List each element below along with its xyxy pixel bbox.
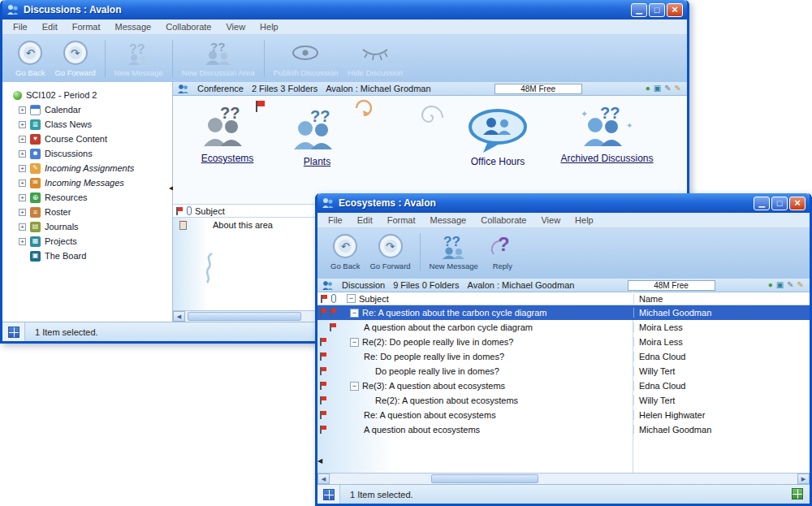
go-back-button[interactable]: Go Back [11,39,50,77]
new-discussion-area-button[interactable]: ?? New Discussion Area [177,39,260,77]
table-row[interactable]: Re: A question about ecosystems Helen Hi… [317,408,810,422]
collapse-icon[interactable] [350,309,359,318]
sidebar-item-the-board[interactable]: The Board [2,249,172,263]
scroll-left-arrow[interactable] [173,311,185,322]
menu-collaborate[interactable]: Collaborate [158,22,218,32]
reply-button[interactable]: ? Reply [483,232,522,270]
publish-discussion-button[interactable]: Publish Discussion [269,39,343,77]
titlebar[interactable]: Ecosystems : Avalon [317,193,810,213]
view-grid-button[interactable] [2,322,25,341]
go-forward-button[interactable]: Go Forward [50,39,100,77]
collapse-all-icon[interactable] [347,294,356,303]
sidebar-item-class-news[interactable]: Class News [2,117,172,132]
scrollbar-thumb[interactable] [431,474,538,483]
edit-icon[interactable]: ✎ [787,281,793,289]
table-row[interactable]: Do people really live in domes? Willy Te… [317,364,810,378]
attachment-column-icon[interactable] [331,294,336,303]
file-counts: 9 Files 0 Folders [393,280,459,290]
table-row[interactable]: Re(2): A question about ecosystems Willy… [317,393,810,408]
toolbar-separator [264,40,265,77]
minimize-button[interactable] [631,3,647,17]
menu-collaborate[interactable]: Collaborate [473,215,533,225]
subject-column-header[interactable]: Subject [359,294,389,304]
subject-column-header[interactable]: Subject [195,206,225,216]
horizontal-scrollbar[interactable] [317,473,810,484]
scroll-left-arrow[interactable] [317,474,330,484]
new-message-button[interactable]: ?? New Message [425,232,483,270]
splitter-collapse-arrow[interactable]: ◀ [317,457,322,465]
table-row[interactable]: Re(3): A question about ecosystems Edna … [317,378,810,393]
sidebar-item-calendar[interactable]: Calendar [2,102,172,117]
expand-icon[interactable] [19,209,26,216]
menu-message[interactable]: Message [108,22,159,32]
close-button[interactable] [667,3,683,17]
discussion-mini-icon [322,280,334,291]
expand-icon[interactable] [19,179,26,187]
menu-edit[interactable]: Edit [350,215,380,225]
maximize-button[interactable] [771,197,788,210]
go-forward-button[interactable]: Go Forward [365,232,415,270]
sidebar-item-root[interactable]: SCI102 - Period 2 [2,88,172,102]
menu-help[interactable]: Help [253,22,286,32]
collapse-icon[interactable] [350,338,359,347]
table-row[interactable]: A question about the carbon cycle diagra… [317,320,810,335]
menu-edit[interactable]: Edit [35,22,65,32]
scroll-right-arrow[interactable] [797,474,810,484]
conference-link-ecosystems[interactable]: ?? Ecosystems [183,104,272,164]
pen-icon[interactable]: ✎ [797,281,804,289]
collapse-icon[interactable] [350,382,359,391]
new-message-button[interactable]: ?? New Message [110,39,168,77]
sidebar-item-projects[interactable]: Projects [2,234,172,249]
account-name: Avalon : Michael Goodman [468,280,575,290]
maximize-button[interactable] [649,3,665,17]
table-row[interactable]: Re: Do people really live in domes? Edna… [317,349,810,364]
sidebar-item-journals[interactable]: Journals [2,219,172,234]
menu-file[interactable]: File [321,215,350,225]
presence-icon[interactable]: ● [646,84,650,93]
titlebar[interactable]: Discussions : Avalon [2,0,687,19]
menu-help[interactable]: Help [568,215,601,225]
conference-link-plants[interactable]: ?? Plants [279,107,356,167]
expand-icon[interactable] [19,165,26,172]
menu-view[interactable]: View [533,215,568,225]
table-row[interactable]: A question about ecosystems Michael Good… [317,422,810,437]
attachment-column-icon[interactable] [187,206,192,215]
expand-icon[interactable] [19,121,26,128]
menu-view[interactable]: View [218,22,253,32]
view-grid-button[interactable] [317,485,340,504]
sidebar-item-course-content[interactable]: Course Content [2,132,172,146]
properties-icon[interactable]: ▣ [654,84,661,93]
expand-icon[interactable] [19,106,26,114]
menu-format[interactable]: Format [380,215,423,225]
menu-format[interactable]: Format [65,22,108,32]
go-back-button[interactable]: Go Back [326,232,365,270]
menu-message[interactable]: Message [423,215,474,225]
minimize-button[interactable] [754,197,770,210]
expand-icon[interactable] [19,238,26,245]
sidebar-item-discussions[interactable]: Discussions [2,146,172,161]
edit-icon[interactable]: ✎ [664,84,671,93]
conference-link-office-hours[interactable]: Office Hours [449,107,546,167]
presence-icon[interactable]: ● [768,281,773,289]
flag-column-icon[interactable] [321,295,328,303]
name-column-header[interactable]: Name [633,294,810,304]
sidebar-item-resources[interactable]: Resources [2,190,172,205]
sidebar-item-incoming-messages[interactable]: Incoming Messages [2,175,172,190]
sidebar-item-roster[interactable]: Roster [2,205,172,219]
conference-link-archived-discussions[interactable]: ??✦✦ Archived Discussions [548,104,666,164]
flag-column-icon[interactable] [176,207,184,215]
view-mode-button[interactable] [792,488,810,501]
menu-file[interactable]: File [6,22,35,32]
expand-icon[interactable] [19,194,26,201]
expand-icon[interactable] [19,150,26,158]
close-button[interactable] [789,197,806,210]
pen-icon[interactable]: ✎ [675,84,681,93]
expand-icon[interactable] [19,223,26,231]
hide-discussion-button[interactable]: Hide Discussion [343,39,408,77]
scrollbar-thumb[interactable] [188,312,301,321]
table-row[interactable]: Re(2): Do people really live in domes? M… [317,335,810,349]
expand-icon[interactable] [19,136,26,143]
properties-icon[interactable]: ▣ [776,281,784,289]
sidebar-item-incoming-assignments[interactable]: Incoming Assignments [2,161,172,175]
table-row[interactable]: Re: A question about the carbon cycle di… [317,305,810,320]
